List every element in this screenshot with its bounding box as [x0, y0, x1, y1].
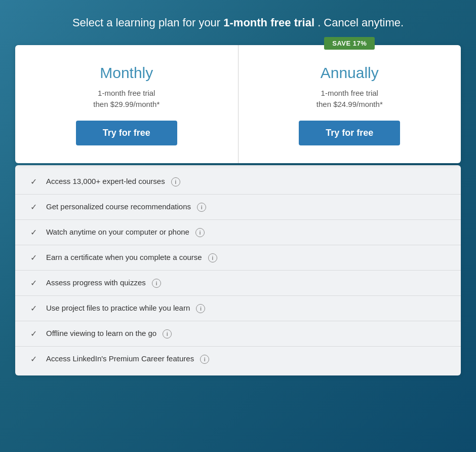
monthly-plan-card: Monthly 1-month free trial then $29.99/m…: [15, 45, 239, 163]
features-section: ✓ Access 13,000+ expert-led courses i ✓ …: [15, 165, 461, 375]
feature-item-5: ✓ Use project files to practice while yo…: [15, 296, 461, 321]
info-icon-5[interactable]: i: [196, 304, 205, 313]
check-icon-5: ✓: [30, 304, 37, 313]
check-icon-7: ✓: [30, 354, 37, 364]
feature-text-1: Get personalized course recommendations …: [46, 202, 446, 212]
annually-try-button[interactable]: Try for free: [299, 121, 400, 145]
check-icon-6: ✓: [30, 329, 37, 338]
annually-price-line: then $24.99/month*: [316, 100, 383, 108]
feature-item-6: ✓ Offline viewing to learn on the go i: [15, 321, 461, 347]
feature-text-2: Watch anytime on your computer or phone …: [46, 228, 446, 237]
info-icon-0[interactable]: i: [171, 177, 180, 186]
feature-text-0: Access 13,000+ expert-led courses i: [46, 177, 446, 186]
info-icon-2[interactable]: i: [195, 228, 205, 237]
feature-item-3: ✓ Earn a certificate when you complete a…: [15, 245, 461, 271]
feature-item-7: ✓ Access LinkedIn's Premium Career featu…: [15, 347, 461, 371]
info-icon-7[interactable]: i: [200, 355, 209, 364]
annually-trial-line: 1-month free trial: [321, 89, 378, 97]
feature-text-4: Assess progress with quizzes i: [46, 278, 446, 288]
header-prefix: Select a learning plan for your: [72, 16, 223, 29]
info-icon-3[interactable]: i: [208, 253, 217, 262]
feature-text-3: Earn a certificate when you complete a c…: [46, 253, 446, 262]
monthly-plan-title: Monthly: [100, 64, 153, 82]
info-icon-4[interactable]: i: [152, 279, 161, 288]
feature-item-1: ✓ Get personalized course recommendation…: [15, 195, 461, 220]
check-icon-0: ✓: [30, 177, 37, 186]
feature-item-2: ✓ Watch anytime on your computer or phon…: [15, 220, 461, 245]
check-icon-2: ✓: [30, 228, 37, 237]
feature-item-0: ✓ Access 13,000+ expert-led courses i: [15, 169, 461, 195]
feature-text-5: Use project files to practice while you …: [46, 304, 446, 313]
header-suffix: . Cancel anytime.: [318, 16, 404, 29]
monthly-price-line: then $29.99/month*: [93, 100, 160, 108]
plans-container: Monthly 1-month free trial then $29.99/m…: [15, 45, 461, 163]
info-icon-6[interactable]: i: [163, 329, 172, 338]
feature-text-6: Offline viewing to learn on the go i: [46, 329, 446, 338]
monthly-plan-description: 1-month free trial then $29.99/month*: [93, 88, 160, 110]
page-header: Select a learning plan for your 1-month …: [72, 15, 404, 31]
annually-plan-card: SAVE 17% Annually 1-month free trial the…: [239, 45, 461, 163]
monthly-try-button[interactable]: Try for free: [76, 121, 177, 145]
annually-plan-title: Annually: [321, 64, 379, 82]
annually-plan-description: 1-month free trial then $24.99/month*: [316, 88, 383, 110]
save-badge: SAVE 17%: [324, 37, 375, 50]
feature-text-7: Access LinkedIn's Premium Career feature…: [46, 354, 446, 364]
check-icon-4: ✓: [30, 278, 37, 288]
check-icon-1: ✓: [30, 202, 37, 212]
feature-item-4: ✓ Assess progress with quizzes i: [15, 271, 461, 296]
info-icon-1[interactable]: i: [197, 203, 206, 212]
monthly-trial-line: 1-month free trial: [98, 89, 155, 97]
header-bold: 1-month free trial: [223, 16, 314, 29]
check-icon-3: ✓: [30, 253, 37, 262]
